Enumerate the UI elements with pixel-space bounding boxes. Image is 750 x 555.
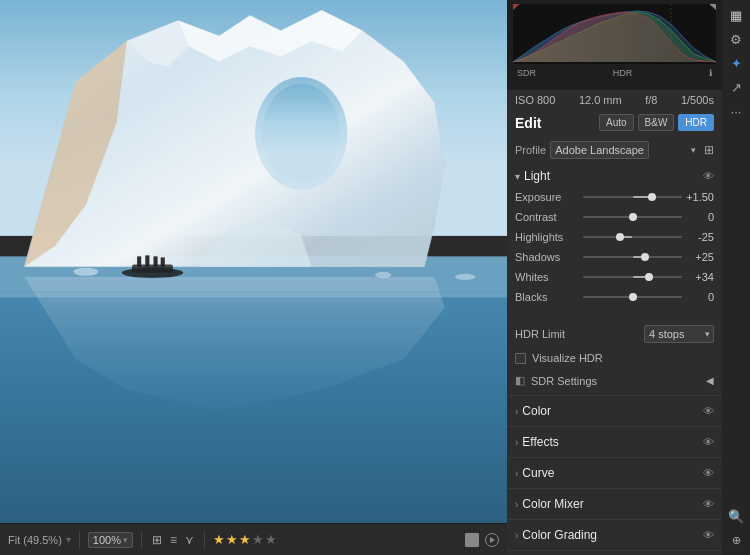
blacks-thumb[interactable] bbox=[629, 293, 637, 301]
shadows-label: Shadows bbox=[515, 251, 583, 263]
color-section[interactable]: › Color 👁 bbox=[507, 396, 722, 427]
curve-visibility-icon[interactable]: 👁 bbox=[703, 467, 714, 479]
svg-rect-22 bbox=[154, 256, 158, 266]
more-dots-icon[interactable]: ··· bbox=[725, 100, 747, 122]
color-chevron-icon: › bbox=[515, 406, 518, 417]
filter-icon[interactable]: ⋎ bbox=[183, 531, 196, 549]
aperture-value: f/8 bbox=[645, 94, 657, 106]
whites-row: Whites +34 bbox=[515, 270, 714, 284]
contrast-value: 0 bbox=[682, 211, 714, 223]
light-section-content: Exposure +1.50 Contrast bbox=[507, 190, 722, 318]
star-5: ★ bbox=[265, 532, 277, 547]
light-section-title: Light bbox=[524, 169, 703, 183]
color-visibility-icon[interactable]: 👁 bbox=[703, 405, 714, 417]
auto-button[interactable]: Auto bbox=[599, 114, 634, 131]
tool-strip: ▦ ⚙ ✦ ↗ ··· 🔍 ⊕ bbox=[722, 0, 750, 555]
grid-icon[interactable]: ⊞ bbox=[150, 531, 164, 549]
sdr-settings-icon: ◧ bbox=[515, 374, 525, 387]
edit-title: Edit bbox=[515, 115, 595, 131]
shutter-speed: 1/500s bbox=[681, 94, 714, 106]
blacks-row: Blacks 0 bbox=[515, 290, 714, 304]
iso-value: ISO 800 bbox=[515, 94, 555, 106]
star-3: ★ bbox=[239, 532, 251, 547]
color-grading-visibility-icon[interactable]: 👁 bbox=[703, 529, 714, 541]
blacks-track bbox=[583, 296, 682, 298]
effects-section[interactable]: › Effects 👁 bbox=[507, 427, 722, 458]
visualize-hdr-checkbox[interactable] bbox=[515, 353, 526, 364]
exposure-row: Exposure +1.50 bbox=[515, 190, 714, 204]
curve-section[interactable]: › Curve 👁 bbox=[507, 458, 722, 489]
hdr-limit-select-wrap: 4 stops ▾ bbox=[644, 324, 714, 343]
exposure-slider[interactable] bbox=[583, 190, 682, 204]
sdr-settings-row: ◧ SDR Settings ◀ bbox=[507, 370, 722, 395]
stop-button[interactable] bbox=[465, 533, 479, 547]
color-mixer-visibility-icon[interactable]: 👁 bbox=[703, 498, 714, 510]
profile-grid-icon[interactable]: ⊞ bbox=[704, 143, 714, 157]
highlights-slider[interactable] bbox=[583, 230, 682, 244]
highlights-row: Highlights -25 bbox=[515, 230, 714, 244]
profile-row: Profile Adobe Landscape ▾ ⊞ bbox=[507, 137, 722, 162]
fit-label: Fit (49.5%) bbox=[8, 534, 62, 546]
color-grading-chevron-icon: › bbox=[515, 530, 518, 541]
whites-slider[interactable] bbox=[583, 270, 682, 284]
svg-point-26 bbox=[455, 274, 476, 280]
contrast-thumb[interactable] bbox=[629, 213, 637, 221]
sdr-settings-label: SDR Settings bbox=[531, 375, 700, 387]
whites-value: +34 bbox=[682, 271, 714, 283]
chevron-down-icon[interactable]: ▾ bbox=[66, 534, 71, 545]
blacks-slider[interactable] bbox=[583, 290, 682, 304]
select-arrow-icon: ▾ bbox=[691, 145, 696, 155]
compare-icon[interactable]: ≡ bbox=[168, 531, 179, 549]
hdr-label: HDR bbox=[613, 68, 633, 78]
light-section-header[interactable]: ▾ Light 👁 bbox=[507, 162, 722, 190]
right-panel: SDR HDR ℹ ISO 800 12.0 mm f/8 1/500s Edi… bbox=[507, 0, 722, 555]
star-2: ★ bbox=[226, 532, 238, 547]
play-button[interactable] bbox=[485, 533, 499, 547]
color-mixer-section-title: Color Mixer bbox=[522, 497, 703, 511]
profile-label: Profile bbox=[515, 144, 546, 156]
zoom-control[interactable]: 100% ▾ bbox=[88, 532, 133, 548]
bw-button[interactable]: B&W bbox=[638, 114, 675, 131]
svg-point-6 bbox=[262, 84, 340, 182]
color-grading-section-title: Color Grading bbox=[522, 528, 703, 542]
svg-rect-21 bbox=[145, 255, 149, 266]
hdr-limit-row: HDR Limit 4 stops ▾ bbox=[507, 318, 722, 349]
panel-scroll[interactable]: ▾ Light 👁 Exposure +1.50 bbox=[507, 162, 722, 555]
sdr-label: SDR bbox=[517, 68, 536, 78]
shadows-thumb[interactable] bbox=[641, 253, 649, 261]
effects-visibility-icon[interactable]: 👁 bbox=[703, 436, 714, 448]
contrast-slider[interactable] bbox=[583, 210, 682, 224]
info-icon[interactable]: ℹ bbox=[709, 68, 712, 78]
contrast-row: Contrast 0 bbox=[515, 210, 714, 224]
color-grading-section[interactable]: › Color Grading 👁 bbox=[507, 520, 722, 551]
contrast-label: Contrast bbox=[515, 211, 583, 223]
histogram-tool-icon[interactable]: ▦ bbox=[725, 4, 747, 26]
hdr-limit-select[interactable]: 4 stops bbox=[644, 325, 714, 343]
star-1: ★ bbox=[213, 532, 225, 547]
visualize-hdr-row: Visualize HDR bbox=[507, 349, 722, 370]
hdr-button[interactable]: HDR bbox=[678, 114, 714, 131]
shadows-slider[interactable] bbox=[583, 250, 682, 264]
light-visibility-icon[interactable]: 👁 bbox=[703, 170, 714, 182]
iceberg-image bbox=[0, 0, 507, 523]
color-mixer-section[interactable]: › Color Mixer 👁 bbox=[507, 489, 722, 520]
exposure-label: Exposure bbox=[515, 191, 583, 203]
histogram-labels: SDR HDR ℹ bbox=[513, 68, 716, 78]
share-tool-icon[interactable]: ↗ bbox=[725, 76, 747, 98]
exposure-thumb[interactable] bbox=[648, 193, 656, 201]
star-rating[interactable]: ★ ★ ★ ★ ★ bbox=[213, 532, 277, 547]
highlights-thumb[interactable] bbox=[616, 233, 624, 241]
bottom-bar: Fit (49.5%) ▾ 100% ▾ ⊞ ≡ ⋎ ★ ★ ★ ★ ★ bbox=[0, 523, 507, 555]
magic-tool-icon[interactable]: ✦ bbox=[725, 52, 747, 74]
profile-select[interactable]: Adobe Landscape bbox=[550, 141, 649, 159]
whites-thumb[interactable] bbox=[645, 273, 653, 281]
zoom-tool-icon[interactable]: ⊕ bbox=[725, 529, 747, 551]
edit-header: Edit Auto B&W HDR bbox=[507, 108, 722, 137]
sdr-play-icon[interactable]: ◀ bbox=[706, 375, 714, 386]
shadows-track bbox=[583, 256, 682, 258]
settings-tool-icon[interactable]: ⚙ bbox=[725, 28, 747, 50]
shadows-value: +25 bbox=[682, 251, 714, 263]
search-tool-icon[interactable]: 🔍 bbox=[725, 505, 747, 527]
camera-info-bar: ISO 800 12.0 mm f/8 1/500s bbox=[507, 90, 722, 108]
blacks-label: Blacks bbox=[515, 291, 583, 303]
